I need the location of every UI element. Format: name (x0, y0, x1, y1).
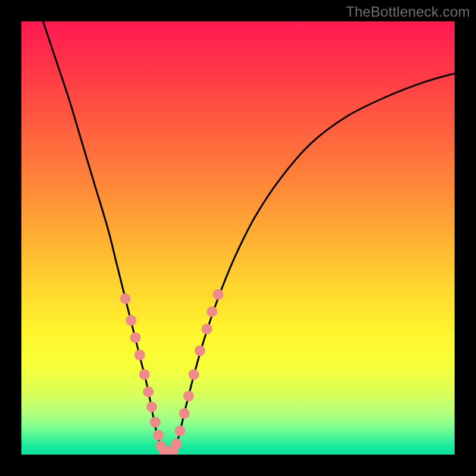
series-bottleneck-curve-right (174, 73, 455, 451)
chart-stage: TheBottleneck.com (0, 0, 476, 476)
highlight-dot (134, 350, 145, 361)
highlight-dot (143, 386, 154, 397)
highlight-dot (120, 293, 131, 304)
series-bottleneck-curve-left (43, 21, 161, 451)
highlight-dot (202, 324, 212, 334)
highlight-dot (206, 306, 217, 317)
highlight-dot (183, 391, 194, 402)
plot-area (21, 21, 455, 455)
highlight-dot (139, 369, 150, 380)
highlight-dot (179, 408, 190, 419)
highlight-dot (171, 439, 182, 449)
highlight-dot (130, 332, 140, 343)
highlight-dot (146, 402, 157, 412)
highlight-dot (195, 345, 205, 356)
series-group (43, 21, 455, 451)
marker-group (120, 289, 224, 455)
highlight-dot (153, 430, 164, 440)
highlight-dot (213, 289, 224, 300)
curve-layer (21, 21, 455, 455)
highlight-dot (150, 416, 161, 427)
watermark-text: TheBottleneck.com (346, 4, 470, 20)
highlight-dot (189, 369, 199, 380)
highlight-dot (126, 315, 136, 325)
highlight-dot (174, 425, 185, 436)
